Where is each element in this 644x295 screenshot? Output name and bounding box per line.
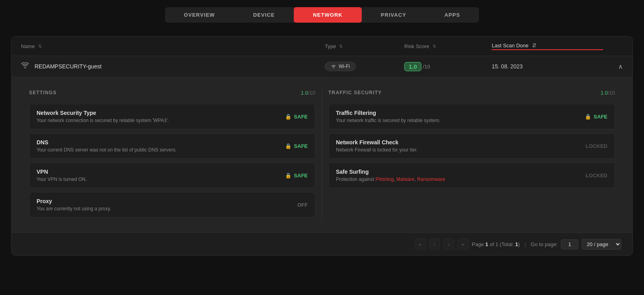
lock-icon-4: 🔒 bbox=[585, 114, 591, 120]
nav-bar: OVERVIEW DEVICE NETWORK PRIVACY APPS bbox=[165, 7, 479, 23]
risk-score-cell: 1.0 /10 bbox=[404, 62, 492, 71]
check-firewall-title: Network Firewall Check bbox=[336, 139, 586, 146]
type-cell: Wi-Fi bbox=[325, 62, 404, 71]
page-first-button[interactable]: « bbox=[415, 239, 426, 250]
type-badge: Wi-Fi bbox=[325, 62, 356, 71]
nav-item-apps[interactable]: APPS bbox=[425, 7, 479, 23]
nav-item-network[interactable]: NETWORK bbox=[294, 7, 361, 23]
nav-item-overview[interactable]: OVERVIEW bbox=[165, 7, 234, 23]
page-next-button[interactable]: › bbox=[443, 239, 454, 250]
scan-sort-icon: ⇵ bbox=[532, 42, 537, 49]
check-safe-surfing: Safe Surfing Protection against Phishing… bbox=[328, 163, 615, 188]
total-items: 1 bbox=[515, 241, 518, 247]
check-firewall-status: LOCKED bbox=[586, 143, 607, 149]
check-network-security-type: Network Security Type Your network conne… bbox=[29, 104, 315, 129]
current-page: 1 bbox=[485, 241, 488, 247]
top-nav: OVERVIEW DEVICE NETWORK PRIVACY APPS bbox=[0, 0, 644, 30]
col-name[interactable]: Name ⇅ bbox=[21, 43, 325, 49]
check-network-security-status: 🔒 SAFE bbox=[285, 114, 308, 120]
check-dns-title: DNS bbox=[37, 139, 285, 146]
check-network-security-title: Network Security Type bbox=[37, 110, 285, 116]
traffic-label: TRAFFIC SECURITY bbox=[328, 90, 382, 95]
risk-score-value: 1.0 bbox=[404, 62, 421, 71]
nav-item-device[interactable]: DEVICE bbox=[234, 7, 294, 23]
traffic-score: 1.0/10 bbox=[601, 88, 615, 97]
check-traffic-filtering-status: 🔒 SAFE bbox=[585, 114, 607, 120]
per-page-select[interactable]: 20 / page 50 / page 100 / page bbox=[582, 239, 621, 250]
page-prev-button[interactable]: ‹ bbox=[429, 239, 440, 250]
pagination: « ‹ › » Page 1 of 1 (Total: 1) | Go to p… bbox=[12, 233, 632, 255]
threat-ransomware: Ransomware bbox=[417, 177, 445, 182]
check-safe-surfing-title: Safe Surfing bbox=[336, 169, 586, 175]
risk-sort-icon: ⇅ bbox=[433, 44, 436, 49]
threat-malware: Malware bbox=[396, 177, 414, 182]
check-dns-desc: Your current DNS server was not on the l… bbox=[37, 147, 285, 153]
check-proxy: Proxy You are currently not using a prox… bbox=[29, 192, 315, 217]
check-proxy-status: OFF bbox=[297, 202, 308, 208]
name-sort-icon: ⇅ bbox=[38, 44, 42, 49]
app-container: OVERVIEW DEVICE NETWORK PRIVACY APPS Nam… bbox=[0, 0, 644, 256]
table-header: Name ⇅ Type ⇅ Risk Score ⇅ Last Scan Don… bbox=[12, 37, 632, 56]
settings-title: SETTINGS 1.0/10 bbox=[29, 88, 315, 97]
page-goto-input[interactable] bbox=[561, 239, 578, 249]
traffic-title: TRAFFIC SECURITY 1.0/10 bbox=[328, 88, 615, 97]
lock-icon-3: 🔒 bbox=[285, 173, 291, 179]
type-label: Wi-Fi bbox=[339, 64, 350, 69]
goto-label: Go to page: bbox=[531, 241, 558, 247]
check-firewall: Network Firewall Check Network Firewall … bbox=[328, 133, 615, 159]
check-firewall-desc: Network Firewall is locked for your tier… bbox=[336, 147, 586, 153]
col-risk-score[interactable]: Risk Score ⇅ bbox=[404, 43, 492, 49]
wifi-icon bbox=[21, 62, 29, 70]
settings-section: SETTINGS 1.0/10 Network Security Type Yo… bbox=[23, 88, 322, 221]
page-last-button[interactable]: » bbox=[458, 239, 469, 250]
table-row: REDAMPSECURITY-guest Wi-Fi 1.0 /10 15. 0… bbox=[12, 56, 632, 77]
col-type[interactable]: Type ⇅ bbox=[325, 43, 404, 49]
col-last-scan[interactable]: Last Scan Done ⇵ bbox=[492, 42, 603, 50]
check-network-security-desc: Your network connection is secured by re… bbox=[37, 118, 285, 123]
page-info: Page 1 of 1 (Total: 1) bbox=[472, 241, 520, 247]
expand-row-button[interactable]: ∧ bbox=[618, 63, 623, 70]
check-traffic-filtering-desc: Your network traffic is secured by relia… bbox=[336, 118, 585, 123]
settings-label: SETTINGS bbox=[29, 90, 57, 95]
scan-date-text: 15. 08. 2023 bbox=[492, 63, 523, 70]
network-name-cell: REDAMPSECURITY-guest bbox=[21, 62, 325, 70]
type-sort-icon: ⇅ bbox=[339, 44, 343, 49]
divider: | bbox=[525, 241, 526, 247]
check-dns: DNS Your current DNS server was not on t… bbox=[29, 133, 315, 159]
nav-item-privacy[interactable]: PRIVACY bbox=[362, 7, 425, 23]
check-vpn-desc: Your VPN is turned ON. bbox=[37, 177, 285, 182]
lock-icon-2: 🔒 bbox=[285, 143, 291, 149]
lock-icon-1: 🔒 bbox=[285, 114, 291, 120]
threat-phishing: Phishing bbox=[375, 177, 394, 182]
check-vpn-status: 🔒 SAFE bbox=[285, 173, 308, 179]
check-proxy-title: Proxy bbox=[37, 198, 297, 204]
check-dns-status: 🔒 SAFE bbox=[285, 143, 308, 149]
check-traffic-filtering-title: Traffic Filtering bbox=[336, 110, 585, 116]
scan-date-cell: 15. 08. 2023 bbox=[492, 63, 603, 70]
traffic-section: TRAFFIC SECURITY 1.0/10 Traffic Filterin… bbox=[322, 88, 621, 221]
main-content: Name ⇅ Type ⇅ Risk Score ⇅ Last Scan Don… bbox=[11, 36, 633, 256]
network-name-text: REDAMPSECURITY-guest bbox=[35, 63, 101, 70]
expanded-section: SETTINGS 1.0/10 Network Security Type Yo… bbox=[12, 77, 632, 233]
check-vpn-title: VPN bbox=[37, 169, 285, 175]
check-vpn: VPN Your VPN is turned ON. 🔒 SAFE bbox=[29, 163, 315, 188]
check-safe-surfing-status: LOCKED bbox=[586, 173, 607, 179]
risk-score-denom: /10 bbox=[423, 64, 430, 70]
check-traffic-filtering: Traffic Filtering Your network traffic i… bbox=[328, 104, 615, 129]
check-proxy-desc: You are currently not using a proxy. bbox=[37, 206, 297, 212]
settings-score: 1.0/10 bbox=[301, 88, 315, 97]
check-safe-surfing-desc: Protection against Phishing, Malware, Ra… bbox=[336, 177, 586, 182]
